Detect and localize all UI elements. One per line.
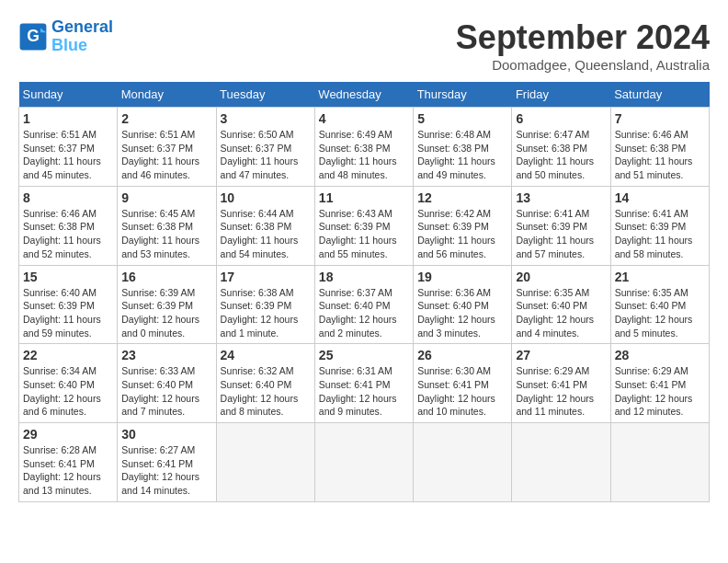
calendar-header-row: SundayMondayTuesdayWednesdayThursdayFrid…: [19, 82, 710, 108]
calendar-cell: 28Sunrise: 6:29 AMSunset: 6:41 PMDayligh…: [610, 344, 709, 423]
cell-info: Sunrise: 6:28 AMSunset: 6:41 PMDaylight:…: [23, 443, 113, 498]
day-number: 3: [221, 111, 311, 126]
cell-info: Sunrise: 6:35 AMSunset: 6:40 PMDaylight:…: [516, 286, 606, 340]
day-number: 27: [516, 348, 606, 362]
logo-icon: G: [18, 22, 48, 52]
calendar-cell: 8Sunrise: 6:46 AMSunset: 6:38 PMDaylight…: [19, 186, 118, 265]
logo-text: GeneralBlue: [51, 18, 113, 55]
calendar-cell: 22Sunrise: 6:34 AMSunset: 6:40 PMDayligh…: [19, 344, 118, 423]
header-saturday: Saturday: [610, 82, 709, 108]
day-number: 8: [23, 190, 113, 205]
week-row-2: 8Sunrise: 6:46 AMSunset: 6:38 PMDaylight…: [19, 186, 710, 265]
cell-info: Sunrise: 6:38 AMSunset: 6:39 PMDaylight:…: [221, 286, 311, 340]
cell-info: Sunrise: 6:51 AMSunset: 6:37 PMDaylight:…: [121, 128, 211, 182]
cell-info: Sunrise: 6:33 AMSunset: 6:40 PMDaylight:…: [121, 364, 211, 419]
cell-info: Sunrise: 6:47 AMSunset: 6:38 PMDaylight:…: [516, 128, 606, 182]
cell-info: Sunrise: 6:36 AMSunset: 6:40 PMDaylight:…: [417, 286, 507, 340]
month-title: September 2024: [456, 18, 710, 57]
day-number: 26: [417, 348, 507, 362]
day-number: 28: [615, 348, 705, 362]
cell-info: Sunrise: 6:48 AMSunset: 6:38 PMDaylight:…: [417, 128, 507, 182]
day-number: 7: [615, 111, 705, 126]
header-wednesday: Wednesday: [314, 82, 413, 108]
calendar-cell: 12Sunrise: 6:42 AMSunset: 6:39 PMDayligh…: [414, 186, 512, 265]
calendar-cell: 24Sunrise: 6:32 AMSunset: 6:40 PMDayligh…: [216, 344, 314, 423]
calendar-cell: 17Sunrise: 6:38 AMSunset: 6:39 PMDayligh…: [216, 265, 314, 344]
logo: G GeneralBlue: [18, 18, 113, 55]
calendar-cell: 29Sunrise: 6:28 AMSunset: 6:41 PMDayligh…: [19, 423, 118, 502]
week-row-4: 22Sunrise: 6:34 AMSunset: 6:40 PMDayligh…: [19, 344, 710, 423]
location-subtitle: Doomadgee, Queensland, Australia: [456, 57, 710, 73]
day-number: 24: [221, 348, 311, 362]
header-sunday: Sunday: [19, 82, 118, 108]
cell-info: Sunrise: 6:39 AMSunset: 6:39 PMDaylight:…: [121, 286, 211, 340]
header-thursday: Thursday: [414, 82, 512, 108]
day-number: 2: [121, 111, 211, 126]
calendar-cell: 10Sunrise: 6:44 AMSunset: 6:38 PMDayligh…: [216, 186, 314, 265]
calendar-cell: 25Sunrise: 6:31 AMSunset: 6:41 PMDayligh…: [314, 344, 413, 423]
page-header: G GeneralBlue September 2024 Doomadgee, …: [18, 18, 710, 73]
calendar-cell: 30Sunrise: 6:27 AMSunset: 6:41 PMDayligh…: [118, 423, 216, 502]
cell-info: Sunrise: 6:27 AMSunset: 6:41 PMDaylight:…: [121, 443, 211, 498]
header-tuesday: Tuesday: [216, 82, 314, 108]
calendar-cell: 19Sunrise: 6:36 AMSunset: 6:40 PMDayligh…: [414, 265, 512, 344]
day-number: 5: [417, 111, 507, 126]
calendar-cell: 23Sunrise: 6:33 AMSunset: 6:40 PMDayligh…: [118, 344, 216, 423]
cell-info: Sunrise: 6:35 AMSunset: 6:40 PMDaylight:…: [615, 286, 705, 340]
calendar-table: SundayMondayTuesdayWednesdayThursdayFrid…: [18, 82, 710, 502]
calendar-cell: 13Sunrise: 6:41 AMSunset: 6:39 PMDayligh…: [512, 186, 610, 265]
day-number: 30: [121, 427, 211, 442]
cell-info: Sunrise: 6:49 AMSunset: 6:38 PMDaylight:…: [319, 128, 409, 182]
calendar-cell: [610, 423, 709, 502]
day-number: 17: [221, 270, 311, 284]
cell-info: Sunrise: 6:51 AMSunset: 6:37 PMDaylight:…: [23, 128, 113, 182]
cell-info: Sunrise: 6:44 AMSunset: 6:38 PMDaylight:…: [221, 207, 311, 261]
week-row-5: 29Sunrise: 6:28 AMSunset: 6:41 PMDayligh…: [19, 423, 710, 502]
header-friday: Friday: [512, 82, 610, 108]
day-number: 18: [319, 270, 409, 284]
day-number: 4: [319, 111, 409, 126]
day-number: 23: [121, 348, 211, 362]
calendar-cell: 15Sunrise: 6:40 AMSunset: 6:39 PMDayligh…: [19, 265, 118, 344]
day-number: 19: [417, 270, 507, 284]
calendar-cell: 4Sunrise: 6:49 AMSunset: 6:38 PMDaylight…: [314, 108, 413, 187]
calendar-cell: 7Sunrise: 6:46 AMSunset: 6:38 PMDaylight…: [610, 108, 709, 187]
cell-info: Sunrise: 6:45 AMSunset: 6:38 PMDaylight:…: [121, 207, 211, 261]
cell-info: Sunrise: 6:43 AMSunset: 6:39 PMDaylight:…: [319, 207, 409, 261]
calendar-cell: 2Sunrise: 6:51 AMSunset: 6:37 PMDaylight…: [118, 108, 216, 187]
cell-info: Sunrise: 6:41 AMSunset: 6:39 PMDaylight:…: [615, 207, 705, 261]
cell-info: Sunrise: 6:46 AMSunset: 6:38 PMDaylight:…: [615, 128, 705, 182]
day-number: 11: [319, 190, 409, 205]
svg-text:G: G: [27, 27, 40, 45]
header-monday: Monday: [118, 82, 216, 108]
cell-info: Sunrise: 6:46 AMSunset: 6:38 PMDaylight:…: [23, 207, 113, 261]
cell-info: Sunrise: 6:40 AMSunset: 6:39 PMDaylight:…: [23, 286, 113, 340]
calendar-cell: [314, 423, 413, 502]
day-number: 25: [319, 348, 409, 362]
calendar-cell: 20Sunrise: 6:35 AMSunset: 6:40 PMDayligh…: [512, 265, 610, 344]
day-number: 20: [516, 270, 606, 284]
day-number: 13: [516, 190, 606, 205]
cell-info: Sunrise: 6:31 AMSunset: 6:41 PMDaylight:…: [319, 364, 409, 419]
day-number: 10: [221, 190, 311, 205]
cell-info: Sunrise: 6:29 AMSunset: 6:41 PMDaylight:…: [516, 364, 606, 419]
calendar-cell: 27Sunrise: 6:29 AMSunset: 6:41 PMDayligh…: [512, 344, 610, 423]
calendar-cell: 6Sunrise: 6:47 AMSunset: 6:38 PMDaylight…: [512, 108, 610, 187]
cell-info: Sunrise: 6:30 AMSunset: 6:41 PMDaylight:…: [417, 364, 507, 419]
day-number: 29: [23, 427, 113, 442]
calendar-cell: [512, 423, 610, 502]
cell-info: Sunrise: 6:29 AMSunset: 6:41 PMDaylight:…: [615, 364, 705, 419]
day-number: 15: [23, 270, 113, 284]
cell-info: Sunrise: 6:42 AMSunset: 6:39 PMDaylight:…: [417, 207, 507, 261]
cell-info: Sunrise: 6:37 AMSunset: 6:40 PMDaylight:…: [319, 286, 409, 340]
calendar-cell: 26Sunrise: 6:30 AMSunset: 6:41 PMDayligh…: [414, 344, 512, 423]
calendar-cell: 5Sunrise: 6:48 AMSunset: 6:38 PMDaylight…: [414, 108, 512, 187]
calendar-cell: 16Sunrise: 6:39 AMSunset: 6:39 PMDayligh…: [118, 265, 216, 344]
day-number: 1: [23, 111, 113, 126]
title-block: September 2024 Doomadgee, Queensland, Au…: [456, 18, 710, 73]
calendar-cell: 18Sunrise: 6:37 AMSunset: 6:40 PMDayligh…: [314, 265, 413, 344]
day-number: 9: [121, 190, 211, 205]
day-number: 12: [417, 190, 507, 205]
calendar-cell: [216, 423, 314, 502]
cell-info: Sunrise: 6:50 AMSunset: 6:37 PMDaylight:…: [221, 128, 311, 182]
